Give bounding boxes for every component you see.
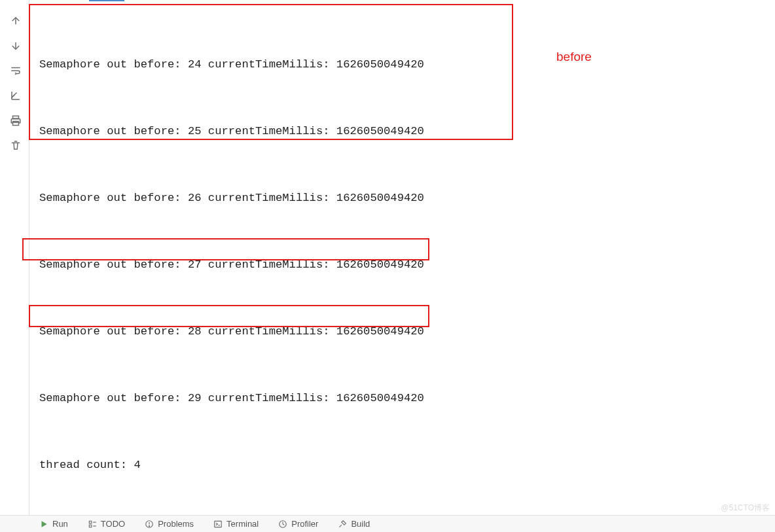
scroll-down-button[interactable] [8, 38, 24, 54]
profiler-tab[interactable]: Profiler [278, 519, 318, 529]
scroll-up-button[interactable] [8, 13, 24, 29]
svg-line-4 [12, 93, 17, 98]
log-line: Semaphore out before: 28 currentTimeMill… [39, 321, 770, 343]
log-line: Semaphore out before: 27 currentTimeMill… [39, 254, 770, 276]
svg-marker-5 [42, 521, 47, 527]
svg-point-12 [149, 525, 150, 526]
build-label: Build [351, 519, 370, 529]
soft-wrap-button[interactable] [8, 63, 24, 79]
problems-tab[interactable]: Problems [145, 519, 194, 529]
svg-line-17 [283, 524, 284, 525]
terminal-tab[interactable]: Terminal [213, 519, 259, 529]
run-tab[interactable]: Run [39, 519, 68, 529]
log-line: Semaphore out before: 26 currentTimeMill… [39, 187, 770, 209]
log-line: Semaphore out before: 25 currentTimeMill… [39, 120, 770, 143]
bottom-tool-bar: Run TODO Problems Terminal Profiler Buil… [0, 515, 775, 532]
run-label: Run [52, 519, 68, 529]
todo-tab[interactable]: TODO [88, 519, 125, 529]
print-button[interactable] [8, 113, 24, 128]
log-line: thread count: 4 [39, 454, 770, 476]
todo-label: TODO [101, 519, 125, 529]
build-tab[interactable]: Build [338, 519, 370, 529]
log-line: Semaphore out before: 24 currentTimeMill… [39, 54, 770, 76]
clear-button[interactable] [8, 137, 24, 153]
vertical-separator [29, 0, 29, 517]
scroll-to-end-button[interactable] [8, 88, 24, 103]
console-toolbar [5, 13, 26, 153]
annotation-label: before [556, 50, 592, 64]
svg-rect-6 [89, 521, 92, 523]
log-line: Semaphore out before: 29 currentTimeMill… [39, 387, 770, 410]
active-tab-indicator [89, 0, 124, 1]
problems-label: Problems [158, 519, 194, 529]
profiler-label: Profiler [291, 519, 318, 529]
console-output[interactable]: Semaphore out before: 24 currentTimeMill… [39, 9, 770, 532]
terminal-label: Terminal [226, 519, 259, 529]
svg-rect-7 [89, 525, 92, 527]
watermark: @51CTO博客 [721, 503, 770, 514]
